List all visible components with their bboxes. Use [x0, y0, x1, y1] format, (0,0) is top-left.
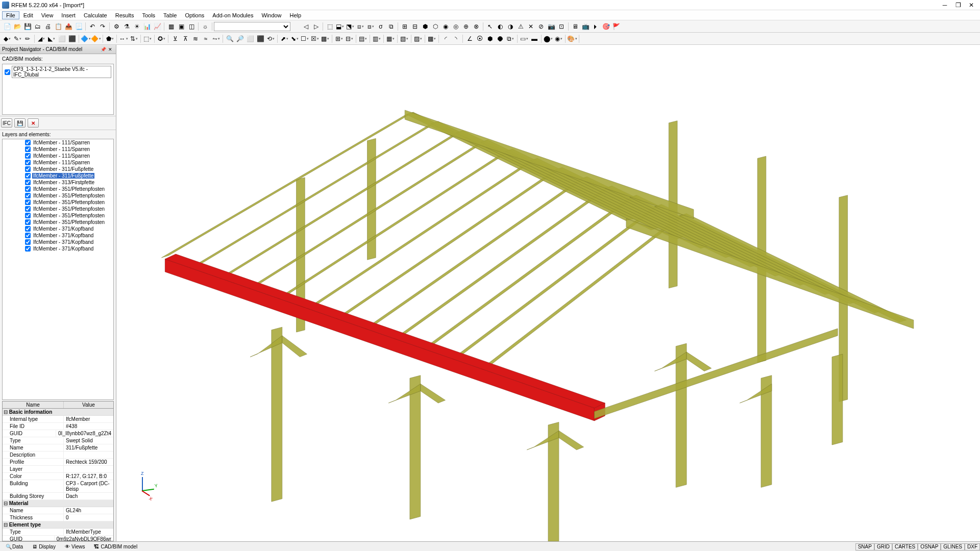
t2-10-icon[interactable]: ⬟ [105, 34, 115, 44]
prev-icon[interactable]: ◁ [301, 21, 311, 32]
undo-icon[interactable]: ↶ [87, 21, 97, 32]
t2-34-icon[interactable]: ▦ [385, 34, 396, 44]
t2-48-icon[interactable]: ◉ [553, 34, 564, 44]
t2-47-icon[interactable]: ⬤ [543, 34, 553, 44]
t2-21-icon[interactable]: 🔎 [235, 34, 245, 44]
layer-checkbox[interactable] [25, 160, 31, 165]
save-model-icon[interactable]: 💾 [14, 118, 26, 128]
menu-tools[interactable]: Tools [138, 11, 159, 19]
r20-icon[interactable]: ✕ [526, 21, 536, 32]
t2-38-icon[interactable]: ◜ [440, 34, 451, 44]
t2-45-icon[interactable]: ▭ [519, 34, 529, 44]
props-list[interactable]: Basic informationInternal typeIfcMemberF… [2, 409, 114, 541]
layer-checkbox[interactable] [25, 219, 31, 225]
t2-18-icon[interactable]: ≈ [201, 34, 211, 44]
next-icon[interactable]: ▷ [311, 21, 321, 32]
layer-checkbox[interactable] [25, 193, 31, 198]
t2-1-icon[interactable]: ◆ [2, 34, 12, 44]
t2-42-icon[interactable]: ⬢ [485, 34, 495, 44]
t2-4-icon[interactable]: ◢ [36, 34, 46, 44]
sun-icon[interactable]: ☼ [200, 21, 210, 32]
panel-pin-icon[interactable]: 📌 [100, 46, 107, 53]
layer-item[interactable]: IfcMember - 351/Pfettenpfosten [3, 212, 113, 219]
r3-icon[interactable]: ⬔ [345, 21, 355, 32]
r1-icon[interactable]: ⬚ [325, 21, 335, 32]
layers-list[interactable]: IfcMember - 111/SparrenIfcMember - 111/S… [2, 139, 114, 400]
menu-file[interactable]: File [2, 11, 19, 19]
r25-icon[interactable]: 📺 [580, 21, 591, 32]
t2-27-icon[interactable]: ☐ [300, 34, 310, 44]
t2-31-icon[interactable]: ⊟ [344, 34, 354, 44]
t2-30-icon[interactable]: ⊞ [334, 34, 344, 44]
t2-16-icon[interactable]: ⊼ [180, 34, 190, 44]
layer-item[interactable]: IfcMember - 311/Fußpfette [3, 166, 113, 172]
r8-icon[interactable]: ⊞ [400, 21, 410, 32]
loadcase-combo[interactable] [214, 22, 290, 31]
tool-c-icon[interactable]: ☀ [132, 21, 142, 32]
t2-25-icon[interactable]: ⬈ [279, 34, 289, 44]
t2-22-icon[interactable]: ⬜ [245, 34, 255, 44]
panel-close-icon[interactable]: ✕ [107, 46, 114, 53]
menu-edit[interactable]: Edit [19, 11, 37, 19]
r19-icon[interactable]: ⚠ [516, 21, 526, 32]
t2-20-icon[interactable]: 🔍 [225, 34, 235, 44]
t2-9-icon[interactable]: 🔶 [91, 34, 101, 44]
layer-checkbox[interactable] [25, 233, 31, 238]
t2-12-icon[interactable]: ⇅ [129, 34, 139, 44]
t2-6-icon[interactable]: ⬜ [57, 34, 67, 44]
layer-checkbox[interactable] [25, 166, 31, 172]
export-icon[interactable]: 📤 [63, 21, 74, 32]
layer-item[interactable]: IfcMember - 111/Sparren [3, 153, 113, 159]
r2-icon[interactable]: ⬓ [335, 21, 345, 32]
t2-24-icon[interactable]: ⟲ [265, 34, 276, 44]
layer-item[interactable]: IfcMember - 111/Sparren [3, 159, 113, 166]
r17-icon[interactable]: ◐ [495, 21, 505, 32]
t2-49-icon[interactable]: 🎨 [567, 34, 577, 44]
layer-checkbox[interactable] [25, 199, 31, 205]
r23-icon[interactable]: ⊡ [556, 21, 567, 32]
maximize-button[interactable]: ❐ [951, 1, 965, 10]
r7-icon[interactable]: ⧉ [386, 21, 396, 32]
t2-36-icon[interactable]: ▨ [413, 34, 423, 44]
r21-icon[interactable]: ⊘ [536, 21, 546, 32]
layer-checkbox[interactable] [25, 206, 31, 212]
t2-5-icon[interactable]: ◣ [46, 34, 57, 44]
t2-46-icon[interactable]: ▬ [529, 34, 540, 44]
layer-item[interactable]: IfcMember - 111/Sparren [3, 146, 113, 153]
minimize-button[interactable]: ─ [938, 1, 951, 10]
r9-icon[interactable]: ⊟ [410, 21, 420, 32]
t2-43-icon[interactable]: ⯃ [495, 34, 505, 44]
r24-icon[interactable]: 🖥 [570, 21, 580, 32]
tool-b-icon[interactable]: ⚗ [121, 21, 132, 32]
tool-d-icon[interactable]: 📊 [142, 21, 152, 32]
t2-35-icon[interactable]: ▧ [399, 34, 409, 44]
t2-26-icon[interactable]: ⬊ [289, 34, 300, 44]
prop-group[interactable]: Material [3, 500, 113, 507]
r16-icon[interactable]: ↖ [485, 21, 495, 32]
tool-e-icon[interactable]: 📈 [152, 21, 162, 32]
tool-a-icon[interactable]: ⚙ [111, 21, 121, 32]
layer-checkbox[interactable] [25, 239, 31, 245]
r15-icon[interactable]: ⊗ [471, 21, 481, 32]
r11-icon[interactable]: ⬡ [430, 21, 440, 32]
model-item[interactable]: CP3_1-3-1-2-1-2_Staebe V5.ifc - IFC_Dlub… [4, 65, 112, 79]
close-button[interactable]: ✕ [965, 1, 978, 10]
layer-checkbox[interactable] [25, 146, 31, 152]
t2-17-icon[interactable]: ≋ [190, 34, 201, 44]
r22-icon[interactable]: 📷 [546, 21, 556, 32]
menu-calculate[interactable]: Calculate [80, 11, 111, 19]
t2-39-icon[interactable]: ◝ [451, 34, 461, 44]
t2-3-icon[interactable]: ✏ [22, 34, 33, 44]
layer-checkbox[interactable] [25, 246, 31, 252]
layer-checkbox[interactable] [25, 186, 31, 192]
t2-13-icon[interactable]: ⬚ [142, 34, 153, 44]
layer-checkbox[interactable] [25, 153, 31, 159]
open-icon[interactable]: 📂 [12, 21, 22, 32]
ifc-btn-icon[interactable]: IFC [1, 118, 12, 128]
redo-icon[interactable]: ↷ [97, 21, 108, 32]
delete-model-icon[interactable]: ✕ [28, 118, 39, 128]
saveall-icon[interactable]: 🗂 [33, 21, 43, 32]
t2-7-icon[interactable]: ⬛ [67, 34, 77, 44]
t2-23-icon[interactable]: ⬛ [255, 34, 265, 44]
menu-window[interactable]: Window [257, 11, 285, 19]
